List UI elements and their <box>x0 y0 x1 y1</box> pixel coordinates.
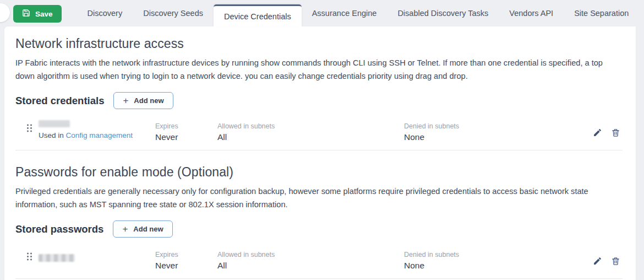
redacted-credential-name <box>39 120 70 127</box>
drag-handle-icon[interactable] <box>20 247 39 261</box>
section-description-passwords: Privileged credentials are generally nec… <box>15 185 623 211</box>
allowed-subnets-field: Allowed in subnets All <box>217 247 404 271</box>
field-label: Denied in subnets <box>404 122 573 130</box>
field-label: Expires <box>155 251 217 259</box>
field-value: All <box>217 132 404 142</box>
password-row: Expires Never Allowed in subnets All Den… <box>15 243 623 279</box>
field-label: Denied in subnets <box>404 251 573 259</box>
edge-drawer-handle[interactable] <box>0 3 10 22</box>
tab-assurance-engine[interactable]: Assurance Engine <box>302 0 388 26</box>
plus-icon: + <box>123 96 128 105</box>
stored-passwords-title: Stored passwords <box>15 223 103 235</box>
field-value: Never <box>155 261 217 271</box>
stored-credentials-title: Stored credentials <box>15 95 104 107</box>
tab-discovery-seeds[interactable]: Discovery Seeds <box>133 0 214 26</box>
trash-icon <box>611 259 620 267</box>
denied-subnets-field: Denied in subnets None <box>404 119 573 142</box>
drag-handle-icon[interactable] <box>20 119 39 133</box>
expires-field: Expires Never <box>155 247 217 271</box>
pencil-icon <box>593 131 602 139</box>
used-in-line: Used in Config management <box>39 131 155 139</box>
settings-tabs: Discovery Discovery Seeds Device Credent… <box>77 0 644 26</box>
tab-advanced-cli[interactable]: Advanced CLI <box>639 0 644 26</box>
allowed-subnets-field: Allowed in subnets All <box>217 119 404 142</box>
tab-site-separation[interactable]: Site Separation <box>564 0 639 26</box>
field-value: None <box>404 261 573 271</box>
floppy-disk-icon <box>22 9 30 19</box>
device-credentials-panel: Network infrastructure access IP Fabric … <box>4 26 636 280</box>
field-value: All <box>217 261 404 271</box>
add-password-button-label: Add new <box>133 225 163 233</box>
tab-disabled-discovery-tasks[interactable]: Disabled Discovery Tasks <box>387 0 499 26</box>
section-description: IP Fabric interacts with the network inf… <box>15 56 623 83</box>
add-credential-button-label: Add new <box>134 96 163 105</box>
edit-button[interactable] <box>593 128 602 137</box>
add-credential-button[interactable]: + Add new <box>113 92 173 109</box>
edit-button[interactable] <box>593 256 602 266</box>
credential-row: Used in Config management Expires Never … <box>15 115 623 150</box>
save-button[interactable]: Save <box>13 5 62 23</box>
save-button-label: Save <box>35 10 53 18</box>
page-title-passwords: Passwords for enable mode (Optional) <box>15 165 623 180</box>
expires-field: Expires Never <box>155 119 217 142</box>
plus-icon: + <box>122 224 128 234</box>
pencil-icon <box>593 259 602 267</box>
used-in-prefix: Used in <box>39 131 64 139</box>
delete-button[interactable] <box>611 128 620 137</box>
tab-device-credentials[interactable]: Device Credentials <box>214 4 302 26</box>
field-value: None <box>404 132 573 142</box>
tab-vendors-api[interactable]: Vendors API <box>499 0 564 26</box>
top-tab-bar: Save Discovery Discovery Seeds Device Cr… <box>0 0 644 26</box>
field-label: Allowed in subnets <box>217 251 404 259</box>
denied-subnets-field: Denied in subnets None <box>404 247 573 271</box>
field-value: Never <box>155 132 217 142</box>
tab-discovery[interactable]: Discovery <box>77 0 133 26</box>
redacted-password-name <box>39 254 75 262</box>
field-label: Expires <box>155 122 217 130</box>
config-management-link[interactable]: Config management <box>66 131 133 139</box>
trash-icon <box>611 131 620 139</box>
page-title: Network infrastructure access <box>15 36 623 51</box>
field-label: Allowed in subnets <box>217 122 404 130</box>
add-password-button[interactable]: + Add new <box>113 220 172 238</box>
delete-button[interactable] <box>611 256 620 266</box>
